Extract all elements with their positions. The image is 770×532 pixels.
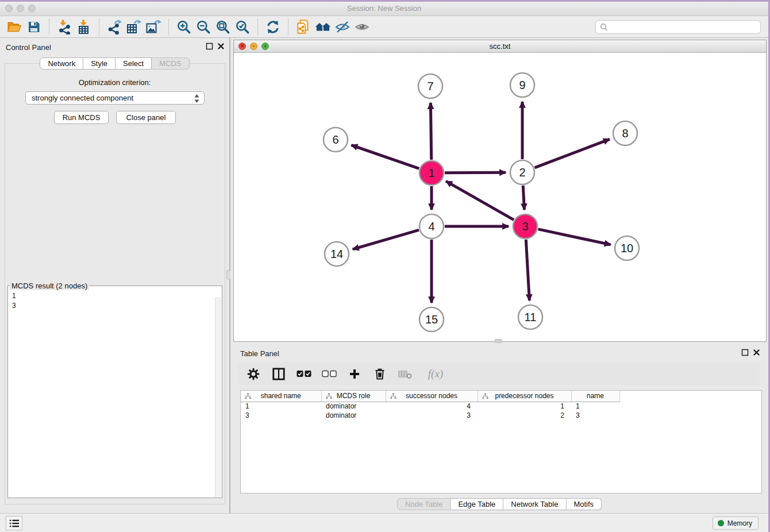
cell-predecessor-nodes[interactable]: 2 — [478, 411, 571, 420]
node-15[interactable]: 15 — [419, 307, 444, 331]
memory-label: Memory — [727, 519, 752, 527]
node-1[interactable]: 1 — [419, 161, 444, 185]
function-builder-button[interactable]: f(x) — [422, 365, 449, 383]
cell-predecessor-nodes[interactable]: 1 — [478, 402, 571, 411]
edge-1-7[interactable] — [430, 103, 431, 160]
tab-network[interactable]: Network — [40, 57, 83, 70]
table-panel-title: Table Panel — [240, 349, 279, 358]
cell-shared-name[interactable]: 1 — [241, 402, 321, 411]
svg-text:8: 8 — [622, 127, 628, 140]
zoom-fit-button[interactable] — [213, 18, 233, 36]
cell-successor-nodes[interactable]: 3 — [386, 411, 478, 420]
edge-3-1[interactable] — [446, 181, 514, 219]
delete-table-button[interactable] — [396, 365, 414, 383]
edge-1-2[interactable] — [445, 172, 506, 173]
node-10[interactable]: 10 — [615, 236, 639, 260]
show-panels-button[interactable] — [6, 516, 22, 530]
column-header-predecessor-nodes[interactable]: predecessor nodes — [478, 391, 571, 402]
show-all-button[interactable] — [352, 18, 372, 36]
cell-name[interactable]: 3 — [571, 411, 619, 420]
app-window: Session: New Session — [0, 2, 768, 532]
node-3[interactable]: 3 — [513, 214, 537, 238]
svg-text:2: 2 — [519, 166, 525, 179]
copy-network-button[interactable] — [294, 18, 313, 36]
table-tab-motifs[interactable]: Motifs — [566, 498, 602, 510]
export-table-button[interactable] — [124, 18, 144, 36]
svg-text:4: 4 — [428, 220, 434, 233]
column-header-name[interactable]: name — [571, 391, 619, 402]
table-settings-button[interactable] — [245, 365, 262, 383]
node-14[interactable]: 14 — [325, 242, 349, 266]
export-network-button[interactable] — [105, 18, 124, 36]
column-header-shared-name[interactable]: shared name — [241, 391, 321, 402]
table-row[interactable]: 1dominator411 — [241, 402, 619, 411]
chevron-updown-icon — [194, 94, 200, 105]
node-table[interactable]: shared nameMCDS rolesuccessor nodesprede… — [240, 390, 762, 494]
close-panel-icon[interactable] — [217, 43, 225, 50]
houses-icon — [314, 20, 332, 34]
column-header-mcds-role[interactable]: MCDS role — [321, 391, 386, 402]
table-tab-node-table[interactable]: Node Table — [397, 498, 451, 510]
zoom-out-button[interactable] — [194, 18, 213, 36]
edge-3-11[interactable] — [526, 240, 529, 300]
cell-name[interactable]: 1 — [571, 402, 619, 411]
cell-mcds-role[interactable]: dominator — [321, 402, 386, 411]
node-9[interactable]: 9 — [510, 73, 534, 97]
edge-1-6[interactable] — [351, 145, 419, 169]
table-row[interactable]: 3dominator323 — [241, 411, 619, 420]
node-8[interactable]: 8 — [613, 121, 637, 145]
run-mcds-button[interactable]: Run MCDS — [54, 111, 109, 124]
home-view-button[interactable] — [313, 18, 333, 36]
search-field[interactable] — [595, 20, 761, 34]
save-session-button[interactable] — [24, 18, 44, 36]
edge-3-10[interactable] — [538, 229, 610, 245]
search-input[interactable] — [609, 23, 757, 31]
split-view-button[interactable] — [270, 365, 287, 383]
close-panel-button[interactable]: Close panel — [116, 111, 176, 124]
select-all-columns-button[interactable] — [295, 365, 313, 383]
save-icon — [27, 20, 41, 34]
import-table-button[interactable] — [74, 18, 94, 36]
float-panel-icon[interactable] — [206, 43, 213, 50]
edge-2-3[interactable] — [523, 186, 524, 210]
node-2[interactable]: 2 — [510, 160, 534, 184]
import-network-icon — [57, 20, 72, 34]
import-network-button[interactable] — [55, 18, 74, 36]
zoom-in-button[interactable] — [174, 18, 194, 36]
window-title: Session: New Session — [0, 4, 768, 13]
deselect-all-columns-button[interactable] — [321, 365, 338, 383]
node-4[interactable]: 4 — [419, 214, 444, 238]
function-icon: f(x) — [428, 368, 443, 380]
memory-status-icon — [718, 520, 724, 526]
criterion-dropdown-value: strongly connected component — [32, 94, 133, 102]
tab-mcds[interactable]: MCDS — [152, 57, 189, 70]
add-column-button[interactable] — [346, 365, 363, 383]
cell-successor-nodes[interactable]: 4 — [386, 402, 478, 411]
zoom-selected-button[interactable] — [233, 18, 252, 36]
tab-style[interactable]: Style — [83, 57, 116, 70]
tab-select[interactable]: Select — [116, 57, 152, 70]
edge-4-14[interactable] — [353, 230, 419, 249]
horizontal-divider-grip[interactable] — [495, 339, 502, 343]
node-11[interactable]: 11 — [518, 305, 542, 329]
table-tab-network-table[interactable]: Network Table — [503, 498, 566, 510]
criterion-dropdown[interactable]: strongly connected component — [25, 91, 205, 105]
hide-selected-button[interactable] — [333, 18, 352, 36]
delete-column-button[interactable] — [371, 365, 388, 383]
network-canvas[interactable]: 7968124314101511 — [234, 53, 766, 341]
result-scrollbar[interactable] — [215, 297, 221, 497]
node-7[interactable]: 7 — [418, 74, 442, 98]
open-file-button[interactable] — [5, 18, 24, 36]
cell-shared-name[interactable]: 3 — [241, 411, 321, 420]
eye-icon — [354, 20, 370, 34]
column-header-successor-nodes[interactable]: successor nodes — [386, 391, 478, 402]
cell-mcds-role[interactable]: dominator — [321, 411, 386, 420]
refresh-view-button[interactable] — [263, 18, 283, 36]
edge-2-8[interactable] — [535, 139, 610, 168]
export-image-button[interactable] — [144, 18, 163, 36]
node-6[interactable]: 6 — [324, 128, 348, 152]
table-tab-edge-table[interactable]: Edge Table — [451, 498, 503, 510]
memory-button[interactable]: Memory — [713, 516, 759, 530]
close-table-panel-icon[interactable] — [753, 349, 760, 356]
float-table-panel-icon[interactable] — [741, 349, 749, 356]
